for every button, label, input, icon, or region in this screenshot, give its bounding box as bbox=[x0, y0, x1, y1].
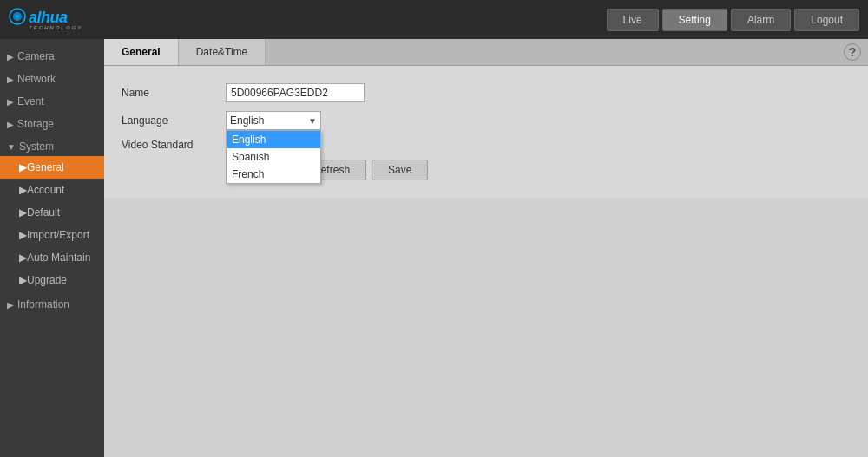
name-input[interactable] bbox=[226, 83, 365, 102]
header-nav: Live Setting Alarm Logout bbox=[607, 9, 859, 31]
tab-datetime[interactable]: Date&Time bbox=[179, 39, 266, 65]
svg-text:TECHNOLOGY: TECHNOLOGY bbox=[29, 25, 82, 30]
sidebar-item-import-export[interactable]: ▶ Import/Export bbox=[0, 224, 104, 246]
sidebar-item-account-label: Account bbox=[27, 184, 64, 196]
tabs-bar: General Date&Time ? bbox=[104, 39, 868, 66]
language-options-list: English Spanish French bbox=[226, 130, 321, 184]
help-icon[interactable]: ? bbox=[844, 43, 861, 61]
sidebar-item-information-label: Information bbox=[17, 298, 69, 310]
content: General Date&Time ? Name Language Englis… bbox=[104, 39, 868, 457]
save-button[interactable]: Save bbox=[372, 160, 428, 180]
language-select-display[interactable]: English ▼ bbox=[226, 111, 321, 130]
logout-button[interactable]: Logout bbox=[794, 9, 859, 31]
header: alhua TECHNOLOGY Live Setting Alarm Logo… bbox=[0, 0, 868, 39]
import-export-arrow-icon: ▶ bbox=[19, 229, 27, 241]
language-row: Language English ▼ English Spanish Frenc… bbox=[122, 111, 851, 130]
sidebar-item-upgrade-label: Upgrade bbox=[27, 274, 67, 286]
sidebar-item-account[interactable]: ▶ Account bbox=[0, 179, 104, 201]
language-option-english[interactable]: English bbox=[227, 131, 320, 148]
setting-button[interactable]: Setting bbox=[662, 9, 727, 31]
account-arrow-icon: ▶ bbox=[19, 184, 27, 196]
sidebar-item-default-label: Default bbox=[27, 206, 60, 219]
network-arrow-icon: ▶ bbox=[7, 75, 14, 84]
svg-point-2 bbox=[16, 15, 19, 18]
language-option-spanish[interactable]: Spanish bbox=[227, 148, 320, 166]
storage-arrow-icon: ▶ bbox=[7, 120, 14, 129]
sidebar-item-auto-maintain-label: Auto Maintain bbox=[27, 251, 90, 264]
form-area: Name Language English ▼ English Spanish … bbox=[104, 66, 868, 198]
default-arrow-icon: ▶ bbox=[19, 206, 27, 219]
main-layout: ▶ Camera ▶ Network ▶ Event ▶ Storage ▼ S… bbox=[0, 39, 868, 457]
tab-general[interactable]: General bbox=[104, 39, 179, 65]
name-label: Name bbox=[122, 87, 226, 99]
language-dropdown[interactable]: English ▼ English Spanish French bbox=[226, 111, 321, 130]
sidebar-item-storage[interactable]: ▶ Storage bbox=[0, 111, 104, 134]
video-standard-label: Video Standard bbox=[122, 139, 226, 151]
sidebar-item-default[interactable]: ▶ Default bbox=[0, 201, 104, 224]
language-selected-value: English bbox=[230, 114, 308, 127]
alarm-button[interactable]: Alarm bbox=[731, 9, 791, 31]
live-button[interactable]: Live bbox=[607, 9, 659, 31]
language-label: Language bbox=[122, 114, 226, 127]
name-row: Name bbox=[122, 83, 851, 102]
svg-text:alhua: alhua bbox=[29, 9, 68, 26]
upgrade-arrow-icon: ▶ bbox=[19, 274, 27, 286]
sidebar-item-camera-label: Camera bbox=[17, 50, 55, 62]
sidebar: ▶ Camera ▶ Network ▶ Event ▶ Storage ▼ S… bbox=[0, 39, 104, 457]
logo: alhua TECHNOLOGY bbox=[9, 2, 87, 37]
sidebar-item-event-label: Event bbox=[17, 95, 44, 108]
event-arrow-icon: ▶ bbox=[7, 97, 14, 107]
sidebar-item-system-label: System bbox=[19, 140, 54, 153]
camera-arrow-icon: ▶ bbox=[7, 52, 14, 62]
sidebar-item-event[interactable]: ▶ Event bbox=[0, 88, 104, 111]
language-dropdown-arrow-icon: ▼ bbox=[308, 116, 317, 126]
sidebar-item-general[interactable]: ▶ General bbox=[0, 156, 104, 179]
system-arrow-icon: ▼ bbox=[7, 142, 16, 152]
sidebar-item-import-export-label: Import/Export bbox=[27, 229, 89, 241]
sidebar-item-upgrade[interactable]: ▶ Upgrade bbox=[0, 269, 104, 291]
sidebar-item-system[interactable]: ▼ System bbox=[0, 134, 104, 156]
sidebar-item-auto-maintain[interactable]: ▶ Auto Maintain bbox=[0, 246, 104, 269]
general-arrow-icon: ▶ bbox=[19, 161, 27, 173]
sidebar-item-general-label: General bbox=[27, 161, 64, 173]
sidebar-item-storage-label: Storage bbox=[17, 118, 54, 130]
information-arrow-icon: ▶ bbox=[7, 300, 14, 310]
sidebar-item-camera[interactable]: ▶ Camera bbox=[0, 43, 104, 66]
sidebar-item-network[interactable]: ▶ Network bbox=[0, 66, 104, 88]
language-option-french[interactable]: French bbox=[227, 166, 320, 183]
sidebar-item-network-label: Network bbox=[17, 73, 56, 85]
logo-text: alhua TECHNOLOGY bbox=[9, 15, 87, 36]
auto-maintain-arrow-icon: ▶ bbox=[19, 251, 27, 264]
sidebar-item-information[interactable]: ▶ Information bbox=[0, 291, 104, 314]
